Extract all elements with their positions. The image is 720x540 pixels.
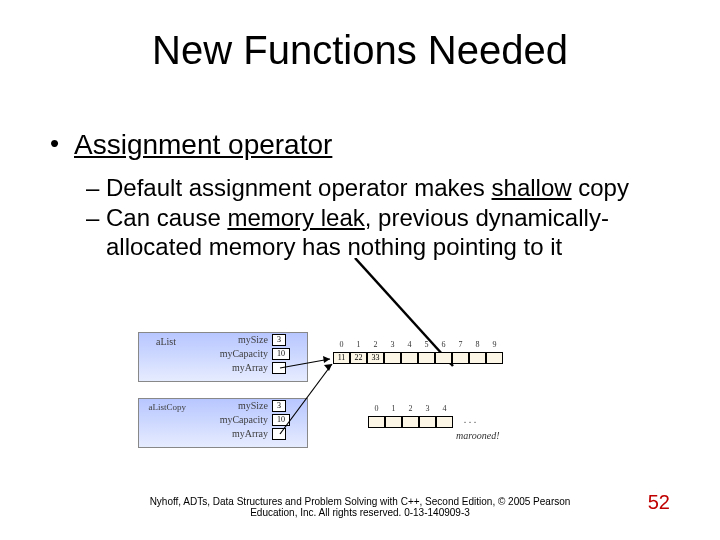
bullet-list: • Assignment operator – Default assignme… (50, 128, 680, 264)
index: 5 (418, 340, 435, 349)
field-label: myArray (208, 362, 268, 373)
index: 4 (436, 404, 453, 413)
dash-icon: – (86, 174, 106, 203)
footer-line-2: Education, Inc. All rights reserved. 0-1… (250, 507, 470, 518)
index: 8 (469, 340, 486, 349)
field-label: mySize (208, 334, 268, 345)
array-cell (419, 416, 436, 428)
array-cell (385, 416, 402, 428)
bullet-text: Assignment operator (74, 128, 332, 162)
index: 2 (367, 340, 384, 349)
slide-title: New Functions Needed (0, 28, 720, 73)
array-cell (469, 352, 486, 364)
field-label: myCapacity (208, 414, 268, 425)
index: 0 (368, 404, 385, 413)
obj-label: aList (142, 336, 176, 347)
pointer-arrow-icon (278, 358, 340, 440)
sub1-underline: shallow (492, 174, 572, 201)
footer: Nyhoff, ADTs, Data Structures and Proble… (120, 496, 600, 518)
array-cell (402, 416, 419, 428)
footer-line-1: Nyhoff, ADTs, Data Structures and Proble… (150, 496, 571, 507)
svg-line-4 (280, 364, 332, 434)
page-number: 52 (648, 491, 670, 514)
array-cell (418, 352, 435, 364)
dash-icon: – (86, 204, 106, 262)
field-label: mySize (208, 400, 268, 411)
array-row: 11 22 33 (333, 352, 503, 364)
index: 1 (385, 404, 402, 413)
memory-diagram: aList mySize myCapacity myArray 3 10 0 1… (138, 328, 582, 458)
slide: New Functions Needed • Assignment operat… (0, 0, 720, 540)
array-cell (436, 416, 453, 428)
sub1-pre: Default assignment operator makes (106, 174, 492, 201)
array-cell (486, 352, 503, 364)
array-cell (435, 352, 452, 364)
bullet-level-1: • Assignment operator (50, 128, 680, 162)
index: 3 (384, 340, 401, 349)
index: 2 (402, 404, 419, 413)
bullet-level-2: – Can cause memory leak, previous dynami… (86, 204, 680, 262)
bullet-level-2: – Default assignment operator makes shal… (86, 174, 680, 203)
array-cell (384, 352, 401, 364)
bullet-dot-icon: • (50, 128, 74, 162)
index: 0 (333, 340, 350, 349)
array-cell: 22 (350, 352, 367, 364)
index: 4 (401, 340, 418, 349)
index-row: 0 1 2 3 4 5 6 7 8 9 (333, 340, 503, 349)
array-cell: 33 (367, 352, 384, 364)
array-cell (401, 352, 418, 364)
field-label: myCapacity (208, 348, 268, 359)
index: 1 (350, 340, 367, 349)
sub2-underline: memory leak (227, 204, 364, 231)
dots-label: . . . (464, 414, 477, 425)
array-row (368, 416, 453, 428)
obj-label: aListCopy (136, 402, 186, 412)
index: 6 (435, 340, 452, 349)
marooned-label: marooned! (456, 430, 500, 441)
index-row: 0 1 2 3 4 (368, 404, 453, 413)
sub1-post: copy (572, 174, 629, 201)
sub2-pre: Can cause (106, 204, 227, 231)
array-cell (368, 416, 385, 428)
index: 9 (486, 340, 503, 349)
value-box: 3 (272, 334, 286, 346)
field-label: myArray (208, 428, 268, 439)
array-cell (452, 352, 469, 364)
index: 7 (452, 340, 469, 349)
index: 3 (419, 404, 436, 413)
